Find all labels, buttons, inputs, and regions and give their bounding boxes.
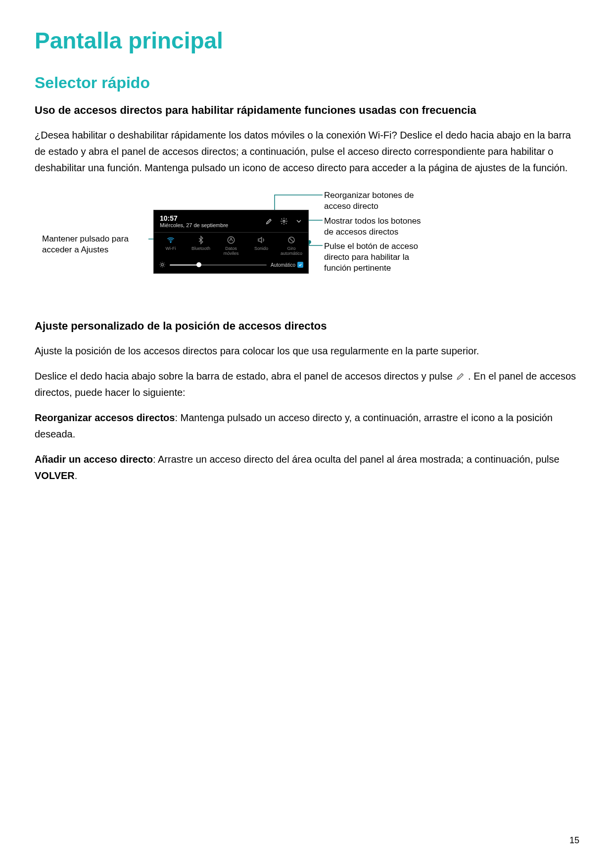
bluetooth-icon [196, 236, 205, 244]
body-text: ¿Desea habilitar o deshabilitar rápidame… [35, 127, 579, 176]
brightness-auto-label: Automático [271, 262, 295, 268]
toggle-label: Sonido [254, 246, 268, 256]
subsection-heading-2: Ajuste personalizado de la posición de a… [35, 318, 579, 334]
section-heading: Selector rápido [35, 74, 579, 92]
edit-icon [456, 370, 466, 380]
body-text: Reorganizar accesos directos: Mantenga p… [35, 410, 579, 442]
toggle-label: Wi-Fi [166, 246, 176, 256]
toggle-label: Bluetooth [191, 246, 210, 256]
toggle-label: Datos móviles [217, 246, 245, 256]
page-title: Pantalla principal [35, 27, 579, 54]
gear-icon[interactable] [280, 217, 288, 226]
brightness-auto-checkbox[interactable] [297, 262, 303, 268]
autorotate-icon [287, 236, 296, 244]
panel-time: 10:57 [160, 214, 228, 222]
toggle-label: Giro automático [278, 246, 305, 256]
chevron-down-icon[interactable] [294, 217, 303, 226]
body-text: Deslice el dedo hacia abajo sobre la bar… [35, 368, 579, 401]
body-text: Añadir un acceso directo: Arrastre un ac… [35, 451, 579, 484]
brightness-row: Automático [154, 258, 308, 273]
toggle-autorotate[interactable]: Giro automático [278, 236, 305, 256]
toggle-sound[interactable]: Sonido [247, 236, 275, 256]
toggle-wifi[interactable]: Wi-Fi [157, 236, 185, 256]
svg-point-8 [161, 264, 164, 266]
wifi-icon [166, 236, 175, 244]
toggle-mobile-data[interactable]: Datos móviles [217, 236, 245, 256]
quick-settings-panel: 10:57 Miércoles, 27 de septiembre [153, 210, 309, 274]
subsection-heading-1: Uso de accesos directos para habilitar r… [35, 102, 579, 118]
svg-point-5 [170, 242, 171, 243]
sound-icon [257, 236, 266, 244]
page-number: 15 [569, 835, 579, 846]
brightness-slider[interactable] [170, 264, 267, 266]
toggle-bluetooth[interactable]: Bluetooth [187, 236, 215, 256]
brightness-icon [159, 261, 166, 268]
quick-settings-figure: Mantener pulsado para acceder a Ajustes … [35, 190, 579, 299]
svg-point-4 [283, 220, 285, 222]
mobile-data-icon [227, 236, 236, 244]
body-text: Ajuste la posición de los accesos direct… [35, 343, 579, 359]
panel-date: Miércoles, 27 de septiembre [160, 222, 228, 228]
toggles-row: Wi-Fi Bluetooth [154, 233, 308, 258]
edit-icon[interactable] [265, 217, 274, 226]
